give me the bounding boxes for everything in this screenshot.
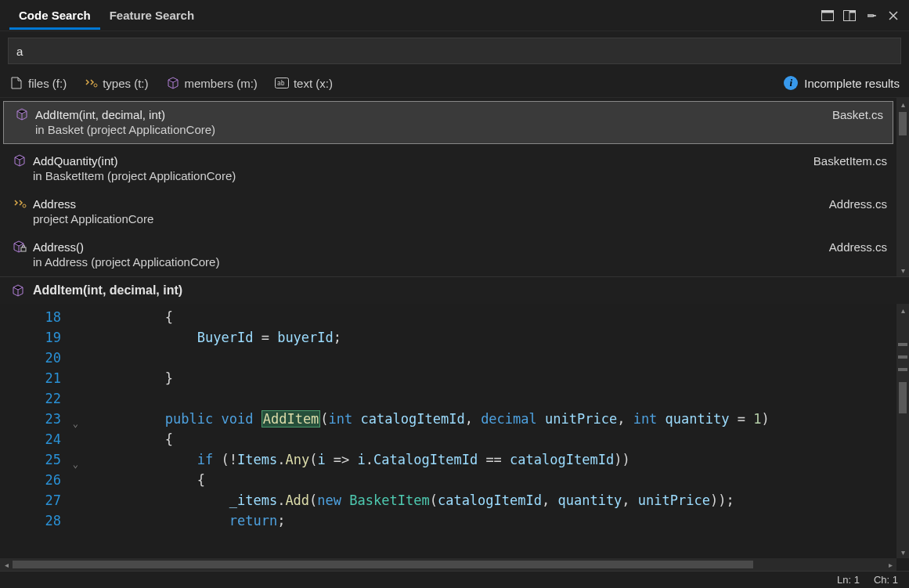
result-file: Address.cs <box>829 240 887 254</box>
line-number: 22 <box>0 388 69 409</box>
result-item[interactable]: AddQuantity(int)BasketItem.csin BasketIt… <box>0 147 896 190</box>
code-line: } <box>69 368 909 388</box>
status-bar: Ln: 1 Ch: 1 <box>0 571 909 588</box>
line-number: 18 <box>0 307 69 327</box>
window-layout-2-icon[interactable] <box>840 6 859 25</box>
filter-row: files (f:) types (t:) members (m:) ab te… <box>0 69 909 97</box>
result-item[interactable]: Address()Address.csin Address (project A… <box>0 233 896 276</box>
tab-feature-search[interactable]: Feature Search <box>100 2 204 30</box>
preview-header: AddItem(int, decimal, int) <box>0 276 909 304</box>
scroll-right-icon[interactable]: ▸ <box>884 558 896 571</box>
code-vscrollbar[interactable]: ▴ ▾ <box>896 304 909 558</box>
line-number: 26 <box>0 470 69 490</box>
result-title: Address() <box>33 240 84 254</box>
results-scrollbar[interactable]: ▴ ▾ <box>896 98 909 276</box>
result-file: Address.cs <box>829 197 887 211</box>
fold-chevron-icon[interactable]: ⌄ <box>73 413 78 434</box>
text-icon: ab <box>275 76 289 90</box>
cube-icon <box>13 153 27 168</box>
code-line: { <box>69 307 909 327</box>
code-line: _items.Add(new BasketItem(catalogItemId,… <box>69 490 909 510</box>
code-line <box>69 348 909 368</box>
scroll-down-icon[interactable]: ▾ <box>896 264 909 276</box>
line-number: 20 <box>0 348 69 368</box>
result-title: Address <box>33 197 76 211</box>
svg-point-8 <box>23 204 26 207</box>
status-line: Ln: 1 <box>837 574 860 586</box>
scroll-thumb[interactable] <box>13 561 753 568</box>
filter-files-label: files (f:) <box>28 77 67 90</box>
code-line: { <box>69 429 909 449</box>
svg-point-5 <box>94 84 97 87</box>
code-hscrollbar[interactable]: ◂ ▸ <box>0 558 896 571</box>
cube-icon <box>15 107 29 121</box>
search-input[interactable] <box>8 38 901 64</box>
filter-types[interactable]: types (t:) <box>84 76 148 90</box>
result-title: AddQuantity(int) <box>33 154 117 168</box>
code-line: return; <box>69 510 909 531</box>
svg-rect-1 <box>822 10 834 13</box>
line-number: 21 <box>0 368 69 388</box>
result-subtitle: in BasketItem (project ApplicationCore) <box>13 169 887 182</box>
filter-members-label: members (m:) <box>185 77 258 90</box>
line-number: 19 <box>0 327 69 348</box>
line-number: 25⌄ <box>0 449 69 470</box>
scroll-thumb[interactable] <box>899 112 907 135</box>
results-list: AddItem(int, decimal, int)Basket.csin Ba… <box>0 97 909 276</box>
result-item[interactable]: AddressAddress.csproject ApplicationCore <box>0 190 896 233</box>
svg-rect-4 <box>849 10 856 13</box>
line-number: 23⌄ <box>0 409 69 429</box>
line-number: 24 <box>0 429 69 449</box>
result-file: BasketItem.cs <box>813 154 887 168</box>
code-line: if (!Items.Any(i => i.CatalogItemId == c… <box>69 449 909 470</box>
scroll-down-icon[interactable]: ▾ <box>896 546 909 558</box>
types-icon <box>84 76 98 90</box>
scroll-up-icon[interactable]: ▴ <box>896 304 909 316</box>
cube-lock-icon <box>13 240 27 254</box>
filter-text[interactable]: ab text (x:) <box>275 76 333 90</box>
result-subtitle: project ApplicationCore <box>13 212 887 225</box>
line-number: 27 <box>0 490 69 510</box>
result-subtitle: in Address (project ApplicationCore) <box>13 255 887 269</box>
members-icon <box>11 283 25 298</box>
tab-code-search[interactable]: Code Search <box>9 2 100 30</box>
pin-icon[interactable] <box>862 6 881 25</box>
scroll-up-icon[interactable]: ▴ <box>896 98 909 110</box>
code-line: public void AddItem(int catalogItemId, d… <box>69 409 909 429</box>
code-line: BuyerId = buyerId; <box>69 327 909 348</box>
filter-members[interactable]: members (m:) <box>166 76 258 90</box>
close-icon[interactable] <box>884 6 903 25</box>
members-icon <box>166 76 180 90</box>
link-icon <box>13 197 27 211</box>
filter-text-label: text (x:) <box>294 77 333 90</box>
incomplete-results: i Incomplete results <box>784 76 900 90</box>
search-box-wrap <box>0 31 909 69</box>
scroll-thumb[interactable] <box>899 382 907 413</box>
file-icon <box>9 76 23 90</box>
code-line <box>69 388 909 409</box>
result-item[interactable]: AddItem(int, decimal, int)Basket.csin Ba… <box>3 101 893 144</box>
code-line: { <box>69 470 909 490</box>
svg-text:ab: ab <box>277 80 285 87</box>
info-icon: i <box>784 76 798 90</box>
preview-title: AddItem(int, decimal, int) <box>33 283 182 298</box>
fold-chevron-icon[interactable]: ⌄ <box>73 454 78 474</box>
line-number: 28 <box>0 510 69 531</box>
title-bar: Code Search Feature Search <box>0 0 909 31</box>
scroll-left-icon[interactable]: ◂ <box>0 558 13 571</box>
filter-types-label: types (t:) <box>103 77 148 90</box>
filter-files[interactable]: files (f:) <box>9 76 67 90</box>
result-file: Basket.cs <box>832 108 883 121</box>
code-preview[interactable]: 181920212223⌄2425⌄262728 { BuyerId = buy… <box>0 304 909 571</box>
result-subtitle: in Basket (project ApplicationCore) <box>15 123 883 136</box>
incomplete-results-label: Incomplete results <box>804 77 900 90</box>
result-title: AddItem(int, decimal, int) <box>35 108 165 121</box>
status-char: Ch: 1 <box>874 574 898 586</box>
window-layout-1-icon[interactable] <box>818 6 837 25</box>
svg-rect-9 <box>21 247 26 251</box>
